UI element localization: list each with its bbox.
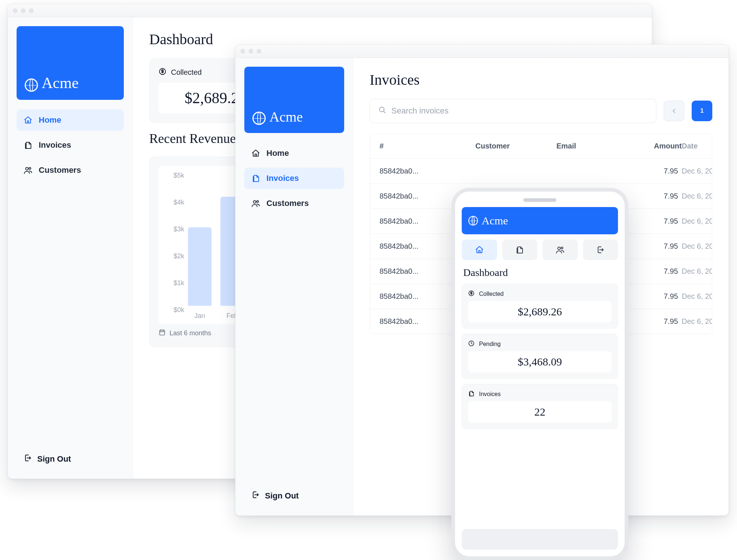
invoices-count-value: 22: [468, 401, 612, 423]
sidebar: Acme Home Invoices: [235, 58, 353, 515]
y-tick: $1k: [162, 279, 184, 287]
users-icon: [23, 165, 33, 175]
collected-label: Collected: [171, 68, 202, 77]
sidebar-item-label: Home: [266, 148, 289, 158]
svg-point-1: [29, 168, 31, 169]
pending-card: Pending $3,468.09: [462, 334, 618, 379]
cell-amount: 7.95: [623, 292, 682, 301]
svg-point-8: [561, 247, 563, 249]
calendar-icon: [158, 329, 166, 338]
page-title: Invoices: [370, 71, 712, 88]
traffic-light-max[interactable]: [29, 8, 34, 13]
sidebar: Acme Home Invoices: [8, 17, 133, 479]
dollar-icon: [158, 67, 167, 77]
cell-amount: 7.95: [623, 217, 682, 225]
col-amount: Amount: [623, 142, 682, 150]
signout-icon: [251, 490, 260, 501]
window-titlebar: [8, 4, 652, 17]
svg-point-0: [26, 168, 28, 170]
signout-label: Sign Out: [37, 454, 71, 464]
mobile-nav-signout[interactable]: [583, 239, 618, 260]
cell-amount: 7.95: [623, 242, 682, 251]
cell-date: Dec 6, 2022: [682, 217, 712, 225]
svg-rect-3: [160, 330, 164, 335]
bar: [188, 227, 212, 306]
brand-logo[interactable]: Acme: [17, 26, 124, 100]
mobile-nav-customers[interactable]: [542, 239, 578, 260]
chart-footer-label: Last 6 months: [170, 329, 211, 337]
globe-icon: [252, 112, 266, 125]
globe-icon: [468, 216, 478, 225]
collected-label: Collected: [479, 291, 504, 297]
svg-point-4: [254, 201, 256, 203]
traffic-light-close[interactable]: [13, 8, 17, 13]
collected-value: $2,689.26: [468, 301, 612, 322]
col-customer: Customer: [475, 142, 556, 150]
invoices-count-label: Invoices: [479, 391, 501, 398]
traffic-light-min[interactable]: [249, 49, 253, 53]
mobile-bottom-bar[interactable]: [462, 529, 618, 550]
mobile-nav-home[interactable]: [462, 239, 497, 260]
col-date: Date: [682, 142, 712, 150]
pending-value: $3,468.09: [468, 351, 612, 372]
page-title: Dashboard: [463, 267, 617, 279]
globe-icon: [25, 78, 38, 92]
cell-amount: 7.95: [623, 167, 682, 175]
svg-point-7: [558, 247, 560, 250]
cell-id: 85842ba0...: [380, 167, 475, 175]
sidebar-item-label: Customers: [39, 165, 81, 175]
cell-date: Dec 6, 2022: [682, 292, 712, 301]
cell-amount: 7.95: [623, 317, 682, 326]
cell-amount: 7.95: [623, 267, 682, 276]
sidebar-item-home[interactable]: Home: [17, 109, 124, 131]
brand-name: Acme: [269, 109, 303, 125]
sidebar-item-customers[interactable]: Customers: [244, 193, 344, 214]
y-tick: $3k: [162, 225, 184, 233]
search-input[interactable]: Search invoices: [370, 99, 656, 123]
search-icon: [378, 106, 386, 116]
pager-prev-button[interactable]: [664, 101, 684, 121]
signout-button[interactable]: Sign Out: [244, 485, 344, 507]
brand-logo[interactable]: Acme: [244, 67, 344, 133]
pager-page-label: 1: [701, 108, 704, 114]
sidebar-item-customers[interactable]: Customers: [17, 160, 124, 181]
users-icon: [251, 199, 261, 208]
traffic-light-min[interactable]: [21, 8, 25, 13]
sidebar-item-label: Customers: [266, 199, 309, 208]
cell-date: Dec 6, 2022: [682, 267, 712, 276]
traffic-light-max[interactable]: [257, 49, 261, 53]
cell-date: Dec 6, 2022: [682, 192, 712, 200]
sidebar-item-invoices[interactable]: Invoices: [17, 134, 124, 156]
pager-page-1-button[interactable]: 1: [692, 101, 712, 121]
brand-name: Acme: [42, 74, 78, 92]
dollar-icon: [468, 290, 475, 298]
table-header: # Customer Email Amount Date: [370, 134, 712, 158]
mobile-nav-invoices[interactable]: [502, 239, 538, 260]
brand-logo[interactable]: Acme: [462, 207, 618, 234]
y-tick: $4k: [162, 198, 184, 206]
brand-name: Acme: [482, 214, 508, 227]
search-placeholder: Search invoices: [391, 106, 448, 116]
traffic-light-close[interactable]: [241, 49, 245, 53]
signout-button[interactable]: Sign Out: [17, 448, 124, 470]
cell-date: Dec 6, 2022: [682, 242, 712, 251]
sidebar-item-invoices[interactable]: Invoices: [244, 168, 344, 189]
signout-label: Sign Out: [265, 491, 299, 501]
document-icon: [23, 140, 33, 150]
invoices-count-card: Invoices 22: [462, 384, 618, 429]
y-tick: $2k: [162, 252, 184, 260]
sidebar-item-label: Invoices: [266, 174, 299, 183]
clock-icon: [468, 340, 475, 348]
home-icon: [251, 148, 261, 158]
phone-notch: [523, 198, 556, 202]
table-row[interactable]: 85842ba0...7.95Dec 6, 2022: [370, 158, 712, 183]
sidebar-item-label: Home: [39, 115, 61, 125]
document-icon: [251, 174, 261, 183]
document-icon: [468, 390, 475, 398]
window-titlebar: [235, 45, 729, 58]
col-id: #: [380, 142, 475, 150]
collected-card: Collected $2,689.26: [462, 284, 618, 329]
svg-point-5: [257, 201, 259, 203]
sidebar-item-home[interactable]: Home: [244, 143, 344, 164]
col-email: Email: [556, 142, 623, 150]
